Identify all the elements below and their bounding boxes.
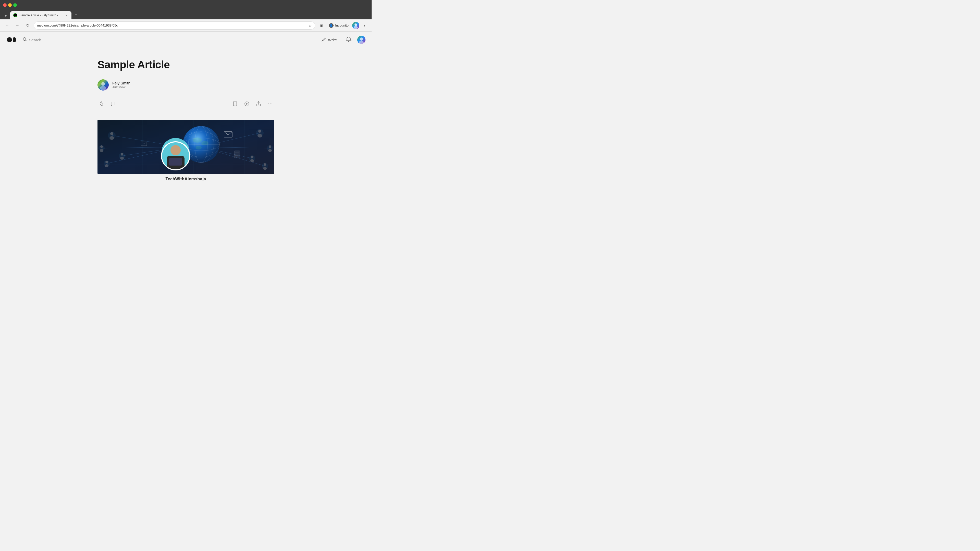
maximize-button[interactable] — [13, 3, 17, 7]
more-options-button[interactable] — [266, 100, 274, 108]
svg-point-14 — [101, 82, 105, 86]
minimize-button[interactable] — [8, 3, 12, 7]
close-button[interactable] — [3, 3, 6, 7]
svg-point-88 — [170, 145, 181, 156]
tab-title: Sample Article - Fely Smith - M... — [19, 14, 62, 17]
article-title: Sample Article — [97, 59, 274, 71]
svg-point-5 — [7, 37, 12, 42]
svg-point-39 — [100, 145, 103, 148]
svg-point-37 — [110, 136, 114, 140]
svg-point-45 — [105, 161, 108, 163]
article-actions — [97, 96, 274, 112]
listen-button[interactable] — [243, 100, 251, 108]
svg-marker-17 — [246, 103, 248, 105]
svg-point-21 — [272, 103, 272, 104]
address-icons: ☆ — [309, 24, 312, 27]
reload-button[interactable]: ↻ — [24, 21, 32, 30]
svg-point-49 — [258, 134, 262, 138]
hero-caption: TechWithAlemsbaja — [165, 174, 206, 181]
svg-point-75 — [192, 138, 202, 143]
forward-button[interactable]: → — [13, 21, 21, 30]
author-time: Just now — [112, 85, 130, 89]
avatar-image — [352, 22, 360, 29]
svg-point-54 — [251, 156, 253, 158]
author-avatar[interactable] — [97, 79, 109, 91]
svg-point-7 — [15, 39, 16, 41]
svg-point-8 — [23, 38, 26, 40]
search-icon — [22, 37, 27, 43]
hero-image-wrapper: TechWithAlemsbaja — [91, 120, 280, 181]
browser-chrome: ▾ Sample Article - Fely Smith - M... ✕ +… — [0, 0, 372, 32]
svg-point-76 — [201, 141, 208, 145]
write-button[interactable]: Write — [318, 35, 340, 45]
header-avatar[interactable] — [357, 36, 366, 44]
window-controls — [3, 3, 17, 7]
svg-point-43 — [120, 157, 124, 160]
hero-image — [97, 120, 274, 174]
svg-point-40 — [100, 149, 103, 152]
svg-point-51 — [269, 145, 271, 148]
svg-point-19 — [268, 103, 269, 104]
new-tab-button[interactable]: + — [73, 11, 80, 18]
clap-button[interactable] — [97, 100, 105, 108]
reader-icon: ▣ — [320, 23, 323, 28]
search-container[interactable]: Search — [22, 37, 41, 43]
author-row: Fely Smith Just now — [97, 79, 274, 91]
share-button[interactable] — [255, 100, 262, 108]
svg-point-46 — [105, 164, 108, 167]
bell-icon — [346, 37, 352, 43]
svg-rect-79 — [234, 151, 240, 158]
notification-bell-button[interactable] — [344, 35, 353, 44]
author-avatar-image — [97, 79, 109, 91]
profile-avatar-button[interactable] — [352, 22, 360, 29]
save-button[interactable] — [231, 100, 239, 108]
menu-button[interactable]: ⋮ — [360, 21, 369, 30]
reader-mode-button[interactable]: ▣ — [317, 21, 325, 30]
svg-point-3 — [355, 24, 357, 26]
header-avatar-image — [357, 36, 366, 44]
tab-bar: ▾ Sample Article - Fely Smith - M... ✕ + — [0, 10, 372, 19]
menu-icon: ⋮ — [363, 23, 366, 28]
bookmark-star-icon[interactable]: ☆ — [309, 24, 312, 27]
incognito-icon: 👤 — [329, 23, 334, 28]
svg-point-20 — [270, 103, 271, 104]
action-group-right — [231, 100, 274, 108]
svg-point-15 — [100, 86, 106, 91]
tab-close-button[interactable]: ✕ — [64, 13, 68, 17]
address-bar[interactable]: medium.com/@89f4222e/sample-article-0044… — [34, 21, 315, 30]
svg-rect-90 — [169, 158, 182, 165]
write-icon — [321, 37, 326, 43]
action-group-left — [97, 100, 227, 108]
author-name[interactable]: Fely Smith — [112, 81, 130, 85]
medium-logo[interactable] — [6, 35, 16, 45]
svg-point-57 — [264, 163, 266, 166]
search-label: Search — [29, 38, 41, 42]
svg-point-36 — [110, 132, 113, 135]
svg-point-4 — [354, 26, 358, 29]
title-bar — [0, 0, 372, 10]
svg-line-9 — [26, 40, 27, 41]
medium-website: Search Write — [0, 32, 372, 210]
forward-icon: → — [15, 23, 19, 28]
tab-dropdown-button[interactable]: ▾ — [2, 12, 9, 19]
browser-toolbar: ← → ↻ medium.com/@89f4222e/sample-articl… — [0, 19, 372, 32]
svg-point-42 — [121, 153, 123, 156]
svg-rect-1 — [15, 14, 17, 16]
active-tab[interactable]: Sample Article - Fely Smith - M... ✕ — [10, 11, 72, 19]
svg-point-48 — [258, 130, 261, 133]
medium-logo-svg — [6, 35, 16, 45]
svg-point-58 — [263, 167, 267, 170]
write-label: Write — [328, 38, 337, 42]
hero-svg — [97, 120, 274, 174]
incognito-button[interactable]: 👤 Incognito — [326, 22, 351, 29]
svg-point-77 — [196, 146, 202, 149]
medium-header: Search Write — [0, 32, 372, 48]
svg-point-52 — [268, 149, 272, 152]
comment-button[interactable] — [109, 100, 117, 108]
hero-caption-wrapper: TechWithAlemsbaja — [97, 174, 274, 181]
svg-point-11 — [360, 38, 363, 41]
back-button[interactable]: ← — [3, 21, 11, 30]
reload-icon: ↻ — [26, 23, 29, 28]
incognito-label: Incognito — [335, 24, 348, 27]
address-text: medium.com/@89f4222e/sample-article-0044… — [37, 24, 307, 27]
